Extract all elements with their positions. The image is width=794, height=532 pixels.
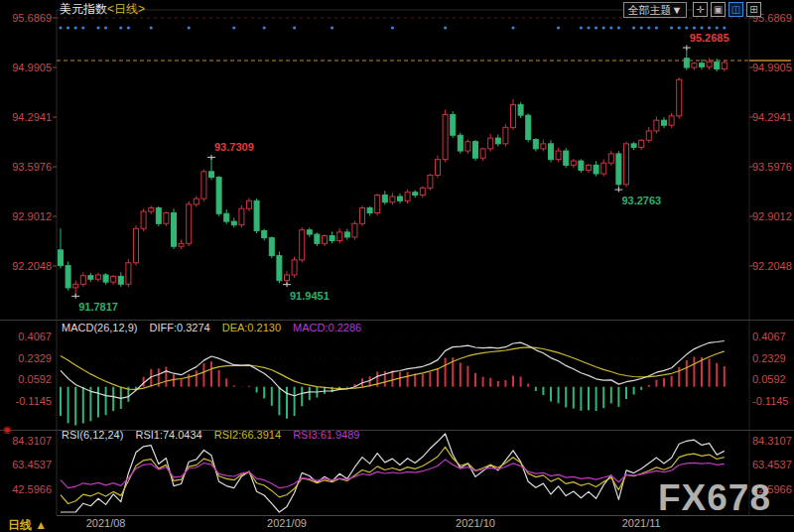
theme-dropdown-button[interactable]: 全部主题▼	[623, 2, 687, 18]
triangle-up-icon: ▲	[35, 518, 47, 532]
period-selector-label: 日线	[8, 518, 32, 532]
layout-tool-icon[interactable]: ▣	[711, 2, 726, 17]
chart-window: 95.686995.686994.990594.990594.294194.29…	[0, 0, 794, 532]
active-chart-tool-icon[interactable]: ◫	[728, 2, 743, 17]
crosshair-tool-icon[interactable]: ✛	[693, 2, 708, 17]
add-panel-tool-icon[interactable]: ⊞	[746, 2, 761, 17]
period-selector[interactable]: 日线 ▲	[8, 517, 47, 532]
candlestick-chart-canvas[interactable]	[0, 0, 794, 532]
